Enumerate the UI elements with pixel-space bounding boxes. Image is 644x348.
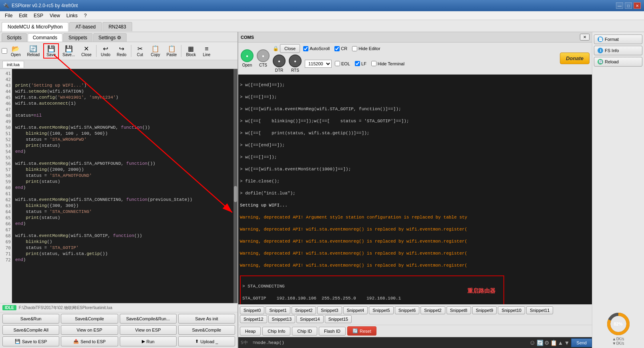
open-button[interactable]: ●: [241, 49, 254, 62]
toolbar-block-button[interactable]: ▦ Block: [183, 44, 198, 58]
save-compile-all-button[interactable]: Save&Compile All: [2, 325, 59, 335]
snippet4-button[interactable]: Snippet4: [343, 306, 368, 314]
eol-checkbox[interactable]: [335, 61, 340, 66]
reload-sidebar-button[interactable]: 🔄 Reload: [594, 57, 642, 67]
snippet13-button[interactable]: Snippet13: [268, 315, 296, 323]
separator3: [181, 45, 181, 57]
maximize-button[interactable]: □: [625, 2, 632, 9]
file-tab[interactable]: init.lua: [2, 61, 24, 68]
hide-terminal-checkbox[interactable]: [371, 61, 376, 66]
baud-rate-select[interactable]: 115200 9600 57600 230400: [305, 60, 332, 68]
lf-checkbox[interactable]: [355, 61, 360, 66]
snippet15-button[interactable]: Snippet15: [325, 315, 352, 323]
save-compile-button[interactable]: Save&Compile: [61, 314, 118, 324]
fs-info-button[interactable]: ℹ FS Info: [594, 46, 642, 55]
rts-button[interactable]: ●: [289, 55, 302, 67]
toolbar-close-button[interactable]: ✕ Close: [78, 44, 95, 58]
save-as-init-button[interactable]: Save As init: [178, 314, 235, 324]
subtab-snippets[interactable]: Snippets: [63, 33, 93, 42]
coms-close-button[interactable]: ✕: [580, 34, 590, 40]
autoscroll-checkbox[interactable]: [303, 46, 308, 51]
editor-scrollbar[interactable]: [233, 69, 237, 303]
send-button[interactable]: Send: [571, 338, 592, 347]
scrollbar-thumb[interactable]: [234, 186, 237, 202]
snippet3-button[interactable]: Snippet3: [317, 306, 342, 314]
view-on-esp-button1[interactable]: View on ESP: [61, 325, 118, 335]
code-editor[interactable]: print('Setting up WIFI...') wifi.setmode…: [12, 69, 233, 303]
snippet5-button[interactable]: Snippet5: [369, 306, 393, 314]
refresh-icon[interactable]: 🔄: [537, 340, 543, 346]
dtr-button[interactable]: ●: [273, 55, 286, 67]
snippet10-button[interactable]: Snippet10: [498, 306, 525, 314]
save-to-esp-button[interactable]: 💾 Save to ESP: [2, 336, 59, 346]
snippet11-button[interactable]: Snippet11: [526, 306, 553, 314]
snippet14-button[interactable]: Snippet14: [296, 315, 324, 323]
menu-view[interactable]: View: [46, 12, 63, 19]
toolbar-copy-button[interactable]: 📋 Copy: [148, 44, 163, 58]
down-icon[interactable]: ▼: [564, 340, 570, 346]
toolbar-cut-button[interactable]: ✂ Cut: [133, 44, 147, 58]
snippet9-button[interactable]: Snippet9: [472, 306, 497, 314]
emoji-icon[interactable]: ☺: [529, 339, 535, 346]
snippet0-button[interactable]: Snippet0: [240, 306, 264, 314]
snippet8-button[interactable]: Snippet8: [447, 306, 471, 314]
toolbar-checkbox[interactable]: [2, 48, 7, 54]
save-compile-run-button[interactable]: Save&Compile&Run...: [120, 314, 177, 324]
toolbar-save-button[interactable]: 💾 Save: [43, 43, 59, 59]
snippet6-button[interactable]: Snippet6: [395, 306, 419, 314]
toolbar-open-label: Open: [11, 53, 20, 57]
toolbar-line-button[interactable]: ≡ Line: [199, 44, 214, 58]
toolbar-saveas-button[interactable]: 💾 Save...: [60, 44, 78, 58]
subtab-commands[interactable]: Commands: [28, 33, 62, 42]
toolbar-redo-button[interactable]: ↪ Redo: [114, 44, 129, 58]
chip-id-button[interactable]: Chip ID: [292, 327, 317, 336]
paste-icon: 📋: [168, 45, 176, 53]
menu-file[interactable]: File: [2, 12, 16, 19]
cts-button[interactable]: ●: [257, 49, 270, 62]
tab-nodemcu[interactable]: NodeMCU & MicroPython: [2, 22, 68, 32]
save-compile-btn2[interactable]: Save&Compile: [178, 325, 235, 335]
tab-at-based[interactable]: AT-based: [69, 22, 101, 31]
upload-button[interactable]: ⬆ Upload _: [178, 336, 235, 346]
undo-icon: ↩: [103, 45, 108, 53]
menu-links[interactable]: Links: [63, 12, 81, 19]
settings-icon[interactable]: ⚙: [544, 340, 549, 346]
close-button[interactable]: ✕: [634, 2, 641, 9]
close-serial-button[interactable]: Close: [280, 44, 300, 53]
toolbar-reload-label: Reload: [27, 53, 40, 57]
reset-button[interactable]: 🔄 Reset: [347, 326, 376, 336]
toolbar-paste-button[interactable]: 📋 Paste: [164, 44, 180, 58]
hide-editor-checkbox[interactable]: [352, 46, 357, 51]
term-line: Warning, deprecated API! wifi.sta.eventm…: [240, 263, 590, 269]
run-button[interactable]: ▶ Run: [120, 336, 177, 346]
format-button[interactable]: 📄 Format: [594, 34, 642, 44]
action-row-2: Save&Compile All View on ESP View on ESP…: [2, 325, 235, 335]
terminal-area[interactable]: > w([==[end]==]); > w([==[]==]); > w([==…: [238, 75, 592, 304]
toolbar-reload-button[interactable]: 🔄 Reload: [24, 44, 42, 58]
toolbar-undo-button[interactable]: ↩ Undo: [98, 44, 113, 58]
menu-esp[interactable]: ESP: [30, 12, 46, 19]
heap-button[interactable]: Heap: [240, 327, 261, 336]
history-icon[interactable]: 📋: [550, 340, 557, 346]
donate-button[interactable]: Donate: [560, 53, 590, 64]
subtab-scripts[interactable]: Scripts: [2, 33, 27, 42]
up-icon[interactable]: ▲: [558, 340, 564, 346]
menu-edit[interactable]: Edit: [16, 12, 30, 19]
view-on-esp-button2[interactable]: View on ESP: [120, 325, 177, 335]
snippet12-button[interactable]: Snippet12: [240, 315, 267, 323]
cr-checkbox[interactable]: [334, 46, 340, 51]
snippet2-button[interactable]: Snippet2: [292, 306, 316, 314]
window-controls[interactable]: — □ ✕: [616, 2, 641, 9]
minimize-button[interactable]: —: [616, 2, 623, 9]
snippet7-button[interactable]: Snippet2: [421, 306, 445, 314]
flash-id-button[interactable]: Flash ID: [319, 327, 346, 336]
toolbar-open-button[interactable]: 📂 Open: [8, 44, 23, 58]
terminal-input-field[interactable]: [250, 340, 528, 345]
menu-help[interactable]: ?: [81, 12, 90, 19]
save-run-button[interactable]: Save&Run: [2, 314, 59, 324]
send-to-esp-button[interactable]: 📤 Send to ESP: [61, 336, 118, 346]
tab-rn2483[interactable]: RN2483: [103, 22, 132, 31]
snippet1-button[interactable]: Snippet1: [266, 306, 290, 314]
chip-info-button[interactable]: Chip Info: [262, 327, 290, 336]
subtab-settings[interactable]: Settings ⚙: [93, 33, 127, 42]
